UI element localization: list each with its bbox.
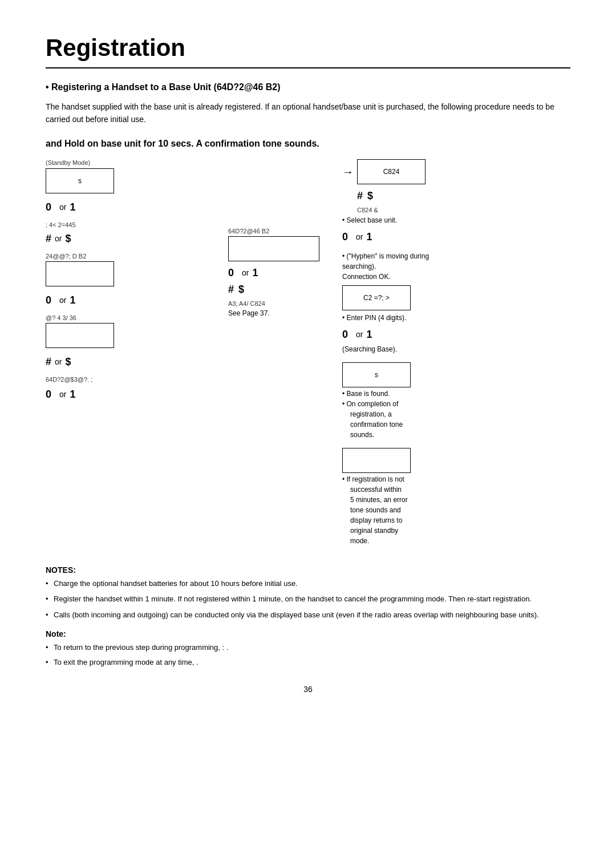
section-heading: • Registering a Handset to a Base Unit (…: [46, 82, 570, 92]
right-bullet1: • Select base unit.: [342, 215, 570, 225]
bullet2-line2: searching).: [342, 261, 570, 272]
screen-sub2: [46, 261, 114, 286]
bullet5-7: mode.: [342, 536, 570, 546]
page-number: 36: [46, 685, 570, 694]
sub-label-2: 24@@?; D B2: [46, 253, 217, 260]
mid-hash-dollar: # $: [228, 284, 331, 296]
step-sub1: ; 4< 2=445 # or $: [46, 221, 217, 245]
bullet2-line3: Connection OK.: [342, 272, 570, 282]
screen-sub3: [46, 323, 114, 348]
right-num-1-2: 1: [366, 329, 372, 341]
mid-num-1: 1: [252, 267, 258, 279]
hold-heading: and Hold on base unit for 10 secs. A con…: [46, 139, 570, 149]
right-num-1-1: 1: [366, 231, 372, 243]
step-or1: 0 or 1: [46, 201, 217, 213]
see-page: See Page 37.: [228, 309, 331, 317]
notes-title: NOTES:: [46, 565, 570, 575]
or-row-right2: 0 or 1: [342, 329, 570, 341]
searching-label: (Searching Base).: [342, 344, 570, 354]
bullet4-5: sounds.: [342, 430, 570, 440]
middle-column: 64D?2@46 B2 0 or 1 # $ A3; A4/ C824 See …: [222, 159, 337, 554]
right-step-hyphen: • ("Hyphen" is moving during searching).…: [342, 251, 570, 354]
num-1-2: 1: [70, 294, 75, 306]
notes-section: NOTES: Charge the optional handset batte…: [46, 565, 570, 668]
or-row-1: 0 or 1: [46, 201, 217, 213]
step-or2: 0 or 1: [46, 294, 217, 306]
or-text-3: or: [59, 390, 66, 399]
bullet5-1: • If registration is not: [342, 474, 570, 484]
hash-or-dollar-2: # or $: [46, 356, 217, 368]
or-row-2: 0 or 1: [46, 294, 217, 306]
right-step-found: s • Base is found. • On completion of re…: [342, 362, 570, 440]
screen-right-mid: C2 =?; >: [342, 285, 411, 310]
right-num-0-1: 0: [342, 231, 348, 243]
page-title: Registration: [46, 34, 570, 62]
intro-text: The handset supplied with the base unit …: [46, 100, 570, 126]
screen-right-top: C824: [357, 159, 425, 184]
sub-label-4: 64D?2@$3@?. ;: [46, 376, 217, 383]
or-text-1: or: [59, 203, 66, 212]
hash-or-dollar-1: # or $: [46, 233, 217, 245]
num-1-3: 1: [70, 389, 75, 401]
diagram-area: (Standby Mode) s 0 or 1 ; 4< 2=445 # or …: [46, 159, 570, 554]
num-0-1: 0: [46, 201, 51, 213]
right-dollar-top: $: [367, 190, 373, 202]
mid-label: 64D?2@46 B2: [228, 228, 331, 235]
screen-mid: [228, 236, 319, 261]
step-sub4: 64D?2@$3@?. ; 0 or 1: [46, 376, 217, 401]
bullet4-3: registration, a: [342, 409, 570, 419]
bullet5-3: 5 minutes, an error: [342, 495, 570, 505]
left-column: (Standby Mode) s 0 or 1 ; 4< 2=445 # or …: [46, 159, 222, 554]
bullet4-1: • Base is found.: [342, 389, 570, 399]
right-step-final: • If registration is not successful with…: [342, 448, 570, 546]
or-row-right1: 0 or 1: [342, 231, 570, 243]
note-item-2: Register the handset within 1 minute. If…: [46, 593, 570, 605]
bullet4-2: • On completion of: [342, 399, 570, 409]
screen-standby: s: [46, 168, 114, 193]
right-sublabel-top: C824 &: [357, 207, 570, 213]
num-0-3: 0: [46, 389, 51, 401]
or-text-hash-2: or: [55, 357, 62, 366]
note-title: Note:: [46, 629, 570, 638]
num-1-1: 1: [70, 201, 75, 213]
right-arrow-top: →: [342, 165, 354, 179]
bullet4-4: confirmation tone: [342, 419, 570, 430]
mid-dollar: $: [238, 284, 244, 296]
note-item-b: To exit the programming mode at any time…: [46, 657, 570, 668]
note-item-1: Charge the optional handset batteries fo…: [46, 578, 570, 589]
bullet5-6: original standby: [342, 526, 570, 536]
standby-label: (Standby Mode): [46, 159, 217, 166]
dollar-2: $: [65, 356, 71, 368]
right-hash-top: #: [357, 190, 363, 202]
or-text-hash-1: or: [55, 234, 62, 243]
step-standby: (Standby Mode) s: [46, 159, 217, 193]
note-item-3: Calls (both incoming and outgoing) can b…: [46, 609, 570, 621]
sub-label-1: ; 4< 2=445: [46, 221, 217, 228]
sub-label-3: @? 4 3/ 36: [46, 314, 217, 321]
right-step-top: → C824 # $ C824 & • Select base unit. 0 …: [342, 159, 570, 243]
notes-list: Charge the optional handset batteries fo…: [46, 578, 570, 621]
step-hash-dollar-2: # or $: [46, 356, 217, 368]
or-text-right2: or: [356, 330, 363, 339]
dollar-1: $: [65, 233, 71, 245]
bullet2-line1: • ("Hyphen" is moving during: [342, 251, 570, 261]
step-sub2: 24@@?; D B2: [46, 253, 217, 286]
title-divider: [46, 67, 570, 68]
or-row-mid: 0 or 1: [228, 267, 331, 279]
mid-sublabel: A3; A4/ C824: [228, 300, 331, 307]
bullet5-4: tone sounds and: [342, 505, 570, 515]
or-text-2: or: [59, 296, 66, 305]
or-row-3: 0 or 1: [46, 389, 217, 401]
screen-right-bot: s: [342, 362, 411, 387]
note-item-a: To return to the previous step during pr…: [46, 642, 570, 653]
screen-right-final: [342, 448, 411, 473]
mid-num-0: 0: [228, 267, 234, 279]
bullet5-5: display returns to: [342, 515, 570, 526]
or-text-right1: or: [356, 232, 363, 241]
step-sub3: @? 4 3/ 36: [46, 314, 217, 348]
mid-hash: #: [228, 284, 234, 296]
bullet3: • Enter PIN (4 digits).: [342, 313, 570, 323]
note-list: To return to the previous step during pr…: [46, 642, 570, 668]
hash-2: #: [46, 356, 51, 368]
bullet5-2: successful within: [342, 484, 570, 495]
